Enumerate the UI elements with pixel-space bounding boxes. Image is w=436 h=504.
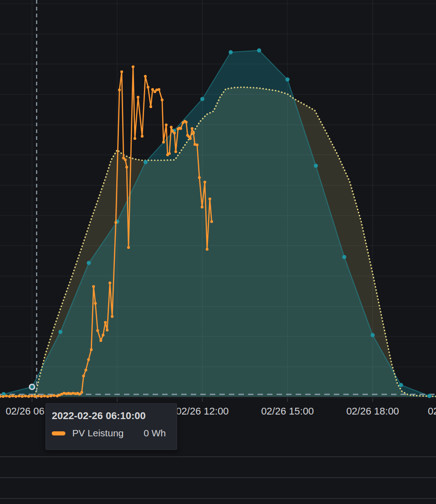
series-color-swatch bbox=[52, 431, 65, 435]
pv-point-marker bbox=[102, 334, 104, 336]
pv-point-marker bbox=[132, 65, 134, 68]
pv-point-marker bbox=[206, 248, 208, 251]
pv-point-marker bbox=[192, 132, 195, 134]
pv-point-marker bbox=[30, 395, 33, 397]
pv-point-marker bbox=[90, 348, 93, 351]
pv-point-marker bbox=[46, 395, 49, 398]
teal-point-marker bbox=[87, 261, 91, 265]
pv-point-marker bbox=[118, 89, 121, 91]
teal-point-marker bbox=[342, 255, 347, 259]
pv-point-marker bbox=[50, 395, 52, 397]
teal-point-marker bbox=[229, 50, 233, 54]
pv-point-marker bbox=[144, 75, 147, 78]
pv-point-marker bbox=[40, 395, 43, 398]
pv-point-marker bbox=[170, 126, 173, 128]
pv-point-marker bbox=[161, 99, 164, 101]
panel-row-separator bbox=[0, 456, 436, 457]
chart-tooltip: 2022-02-26 06:10:00 PV Leistung 0 Wh bbox=[45, 403, 177, 450]
teal-point-marker bbox=[59, 330, 63, 334]
pv-point-marker bbox=[137, 96, 139, 99]
pv-point-marker bbox=[87, 358, 90, 361]
pv-point-marker bbox=[18, 395, 20, 397]
pv-point-marker bbox=[124, 158, 127, 161]
pv-point-marker bbox=[24, 395, 27, 397]
pv-point-marker bbox=[43, 395, 46, 397]
pv-point-marker bbox=[162, 141, 165, 143]
tooltip-series-value: 0 Wh bbox=[144, 428, 166, 439]
panel-row-separator bbox=[0, 498, 436, 499]
pv-point-marker bbox=[174, 150, 177, 153]
pv-point-marker bbox=[149, 105, 152, 108]
pv-point-marker bbox=[151, 88, 154, 91]
teal-point-marker bbox=[200, 97, 204, 101]
teal-area-fill bbox=[0, 50, 436, 397]
hovered-point-highlight bbox=[30, 385, 35, 390]
pv-point-marker bbox=[84, 369, 87, 371]
teal-point-marker bbox=[314, 164, 318, 168]
pv-point-marker bbox=[21, 395, 24, 398]
pv-point-marker bbox=[2, 395, 5, 398]
pv-point-marker bbox=[92, 285, 95, 288]
pv-point-marker bbox=[185, 121, 188, 124]
pv-point-marker bbox=[173, 132, 176, 134]
pv-point-marker bbox=[147, 86, 149, 89]
pv-point-marker bbox=[179, 127, 182, 130]
pv-point-marker bbox=[106, 329, 109, 331]
pv-point-marker bbox=[15, 395, 17, 398]
teal-point-marker bbox=[427, 394, 431, 398]
pv-point-marker bbox=[96, 329, 99, 332]
panel-row-separator bbox=[0, 477, 436, 478]
pv-point-marker bbox=[53, 394, 55, 397]
tooltip-series-row: PV Leistung 0 Wh bbox=[52, 428, 170, 439]
pv-point-marker bbox=[27, 395, 30, 398]
pv-point-marker bbox=[203, 181, 206, 183]
pv-point-marker bbox=[94, 302, 97, 305]
pv-point-marker bbox=[99, 339, 102, 342]
pv-point-marker bbox=[189, 137, 192, 140]
pv-point-marker bbox=[120, 70, 123, 73]
pv-point-marker bbox=[8, 395, 11, 398]
pv-point-marker bbox=[158, 88, 160, 91]
pv-point-marker bbox=[191, 127, 193, 130]
pv-point-marker bbox=[34, 395, 36, 398]
teal-point-marker bbox=[286, 78, 290, 82]
teal-point-marker bbox=[257, 49, 261, 53]
pv-point-marker bbox=[165, 124, 168, 126]
grafana-panel: 02/26 06:0002/26 09:0002/26 12:0002/26 1… bbox=[0, 0, 436, 504]
pv-point-marker bbox=[208, 198, 211, 200]
pv-point-marker bbox=[111, 315, 114, 318]
pv-point-marker bbox=[104, 321, 107, 324]
pv-point-marker bbox=[109, 282, 111, 284]
pv-point-marker bbox=[37, 395, 40, 397]
pv-point-marker bbox=[5, 395, 8, 397]
pv-point-marker bbox=[168, 152, 171, 155]
teal-point-marker bbox=[144, 160, 148, 164]
pv-point-marker bbox=[141, 135, 144, 138]
tooltip-series-label: PV Leistung bbox=[72, 428, 124, 439]
pv-point-marker bbox=[127, 246, 130, 249]
pv-point-marker bbox=[198, 176, 201, 179]
tooltip-timestamp: 2022-02-26 06:10:00 bbox=[52, 410, 170, 421]
pv-point-marker bbox=[210, 220, 213, 223]
pv-point-marker bbox=[125, 166, 128, 168]
pv-point-marker bbox=[78, 393, 81, 395]
pv-point-marker bbox=[201, 206, 203, 208]
teal-point-marker bbox=[371, 333, 375, 337]
pv-point-marker bbox=[82, 375, 85, 377]
pv-point-marker bbox=[196, 143, 198, 146]
pv-point-marker bbox=[134, 137, 136, 140]
teal-point-marker bbox=[399, 383, 403, 387]
pv-point-marker bbox=[11, 395, 14, 397]
pv-point-marker bbox=[80, 391, 83, 394]
pv-point-marker bbox=[114, 221, 117, 224]
